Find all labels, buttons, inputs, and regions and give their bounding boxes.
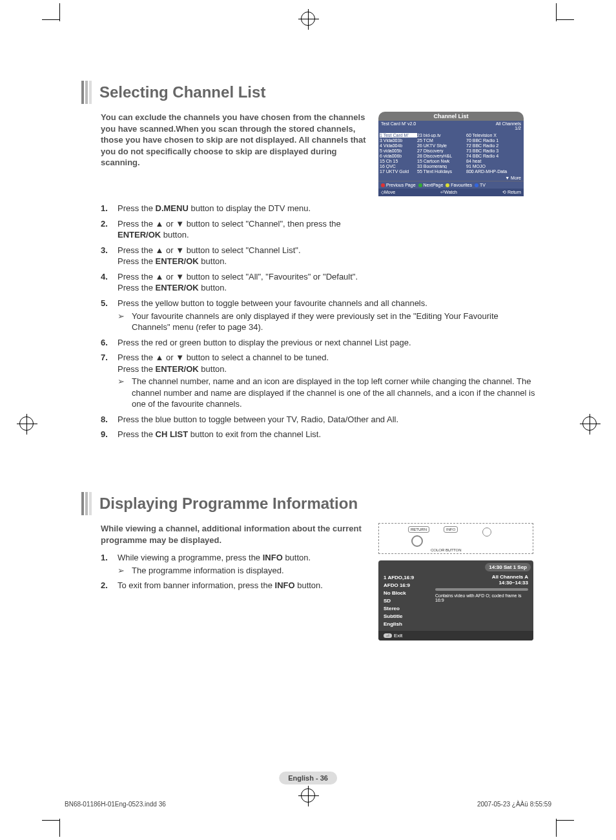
crop-mark	[556, 819, 557, 837]
crop-mark	[59, 3, 60, 21]
crop-mark	[556, 19, 574, 20]
channel-list-row: 1 Test Card M'23 bid-up.tv60 Television …	[380, 132, 522, 138]
cl-blue: TV	[480, 183, 486, 187]
manual-page: Selecting Channel List You can exclude t…	[0, 0, 616, 840]
cl-allchannels: All Channels	[496, 121, 521, 126]
section2-right: RETURN INFO COLOR BUTTON 14:30 Sat 1 Sep…	[378, 523, 533, 640]
channel-list-subheader: Test Card M' v2.0 All Channels 1/2	[378, 121, 524, 131]
step-item: 8.Press the blue button to toggle betwee…	[101, 414, 537, 425]
section1-intro-block: You can exclude the channels you have ch…	[101, 112, 537, 196]
step-item: 5.Press the yellow button to toggle betw…	[101, 298, 537, 333]
section-title: Selecting Channel List	[99, 83, 265, 101]
cl-red: Previous Page	[386, 183, 416, 187]
info-attr-line: No Block	[384, 589, 435, 597]
channel-list-row: 6 vida006b28 DiscoveryH&L74 BBC Radio 4	[380, 153, 522, 158]
cl-yellow: Favourites	[451, 183, 472, 187]
info-right-col: All Channels A 14:30~14:33 Contains vide…	[435, 574, 528, 628]
channel-list-row: 15 Ch 1515 Cartoon Nwk84 heat	[380, 158, 522, 163]
footer-timestamp: 2007-05-23 ¿ÀÀü 8:55:59	[477, 801, 551, 808]
channel-list-panel: Channel List Test Card M' v2.0 All Chann…	[378, 112, 524, 196]
page-number: English - 36	[279, 772, 337, 784]
section2-title: Displaying Programme Information	[99, 495, 358, 513]
info-time-range: 14:30~14:33	[435, 580, 528, 586]
cl-action-row: ◇Move ⏎Watch ⟲ Return	[378, 189, 524, 196]
cl-page: 1/2	[515, 126, 521, 130]
remote-dpad-icon	[411, 535, 423, 547]
info-attributes: 1 AFDO,16:9AFDO 16:9No BlockSDStereoSubt…	[384, 574, 435, 628]
step-item: 3.Press the ▲ or ▼ button to select "Cha…	[101, 245, 537, 267]
registration-mark-icon	[301, 788, 315, 803]
section2-row: While viewing a channel, additional info…	[101, 523, 537, 640]
footer-filename: BN68-01186H-01Eng-0523.indd 36	[65, 801, 166, 808]
cl-watch: Watch	[444, 190, 457, 194]
crop-mark	[556, 820, 574, 821]
info-panel: 14:30 Sat 1 Sep 1 AFDO,16:9AFDO 16:9No B…	[378, 560, 533, 640]
registration-mark-icon	[582, 416, 597, 431]
cl-legend-row: Previous Page NextPage Favourites TV	[378, 181, 524, 189]
info-attr-line: SD	[384, 597, 435, 605]
channel-list-row: 5 vida005b27 Discovery73 BBC Radio 3	[380, 148, 522, 153]
info-exit-row: ⏎Exit	[378, 631, 533, 640]
step-item: 1.While viewing a programme, press the I…	[101, 552, 372, 576]
channel-list-title: Channel List	[378, 112, 524, 121]
step-item: 1.Press the D.MENU button to display the…	[101, 203, 537, 214]
channel-list-row: 17 UKTV Gold55 Ttext Holidays800 ARD-MHP…	[380, 169, 522, 174]
info-attr-line: 1 AFDO,16:9	[384, 574, 435, 582]
remote-info-label: INFO	[444, 526, 458, 533]
info-description: Contains video with AFD O; coded frame i…	[435, 593, 528, 602]
section-title-row: Selecting Channel List	[81, 81, 537, 104]
crop-mark	[556, 3, 557, 21]
remote-colorbutton-label: COLOR BUTTON	[431, 548, 462, 552]
title-bar-icon	[81, 492, 93, 515]
remote-return-label: RETURN	[408, 526, 429, 533]
channel-list-row: 16 QVC33 Boomerang91 MOJO	[380, 163, 522, 169]
info-all-channels: All Channels A	[435, 574, 528, 580]
section-title-row: Displaying Programme Information	[81, 492, 537, 515]
step-item: 9.Press the CH LIST button to exit from …	[101, 429, 537, 440]
info-exit-icon: ⏎	[384, 633, 392, 638]
crop-mark	[59, 819, 60, 837]
remote-button-icon	[482, 528, 491, 537]
channel-list-row: 3 Vida003b25 TCM70 BBC Radio 1	[380, 138, 522, 143]
cl-move: Move	[384, 190, 395, 194]
cl-more: ▼ More	[378, 175, 524, 181]
channel-list-row: 4 Vida004b26 UKTV Style72 BBC Radio 2	[380, 143, 522, 148]
registration-mark-icon	[19, 416, 34, 431]
info-attr-line: Stereo	[384, 605, 435, 613]
info-exit-label: Exit	[394, 633, 402, 639]
channel-list-body: 1 Test Card M'23 bid-up.tv60 Television …	[378, 131, 524, 175]
content-area: Selecting Channel List You can exclude t…	[81, 81, 537, 640]
crop-mark	[42, 19, 60, 20]
section2-intro: While viewing a channel, additional info…	[101, 523, 372, 546]
cl-green: NextPage	[424, 183, 444, 187]
step-item: 6.Press the red or green button to displ…	[101, 337, 537, 349]
section1-intro: You can exclude the channels you have ch…	[101, 112, 372, 169]
info-attr-line: Subtitle	[384, 613, 435, 620]
info-progress-bar	[435, 588, 528, 591]
step-item: 2.To exit from banner information, press…	[101, 580, 372, 591]
section2: Displaying Programme Information While v…	[81, 492, 537, 640]
title-bar-icon	[81, 81, 93, 104]
section2-steps: 1.While viewing a programme, press the I…	[101, 552, 372, 591]
section2-left: While viewing a channel, additional info…	[101, 523, 372, 595]
info-attr-line: AFDO 16:9	[384, 582, 435, 589]
remote-diagram: RETURN INFO COLOR BUTTON	[378, 523, 533, 554]
step-item: 2.Press the ▲ or ▼ button to select "Cha…	[101, 218, 537, 241]
registration-mark-icon	[301, 12, 315, 26]
info-datetime: 14:30 Sat 1 Sep	[485, 563, 531, 571]
section1-steps: 1.Press the D.MENU button to display the…	[101, 203, 537, 440]
step-item: 7.Press the ▲ or ▼ button to select a ch…	[101, 352, 537, 410]
info-attr-line: English	[384, 620, 435, 628]
cl-return: Return	[508, 190, 521, 194]
cl-source: Test Card M' v2.0	[381, 121, 416, 130]
crop-mark	[42, 820, 60, 821]
step-item: 4.Press the ▲ or ▼ button to select "All…	[101, 271, 537, 294]
